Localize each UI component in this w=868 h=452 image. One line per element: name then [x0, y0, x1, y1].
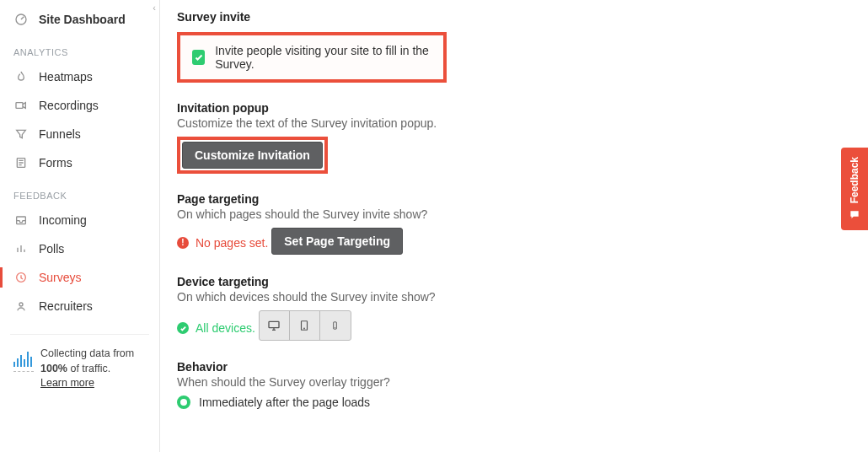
sidebar: ‹ Site Dashboard ANALYTICS Heatmaps Reco — [0, 0, 160, 452]
section-invitation-popup: Invitation popup Customize the text of t… — [177, 101, 868, 174]
svg-rect-6 — [269, 321, 279, 327]
section-heading: Device targeting — [177, 275, 868, 288]
section-heading: Page targeting — [177, 192, 868, 206]
sidebar-item-label: Surveys — [39, 271, 82, 284]
svg-point-5 — [19, 303, 23, 306]
sidebar-item-label: Polls — [39, 242, 64, 256]
device-toggle-group — [259, 310, 351, 341]
sidebar-section-analytics: ANALYTICS — [0, 34, 159, 62]
radio-label: Immediately after the page loads — [199, 396, 370, 409]
section-page-targeting: Page targeting On which pages should the… — [177, 192, 868, 256]
device-mobile-button[interactable] — [320, 311, 351, 340]
section-behavior: Behavior When should the Survey overlay … — [177, 360, 868, 409]
sidebar-item-funnels[interactable]: Funnels — [0, 120, 159, 148]
feedback-tab-label: Feedback — [849, 157, 860, 203]
alert-icon: ! — [177, 237, 189, 249]
customize-invitation-button[interactable]: Customize Invitation — [182, 142, 323, 169]
section-heading: Behavior — [177, 360, 868, 374]
warning-text: No pages set. — [196, 236, 268, 250]
chat-icon — [848, 209, 861, 221]
device-tablet-button[interactable] — [290, 311, 320, 340]
device-targeting-status: All devices. — [177, 321, 255, 335]
section-desc: On which pages should the Survey invite … — [177, 207, 868, 221]
sidebar-item-label: Heatmaps — [39, 70, 93, 83]
sidebar-item-heatmaps[interactable]: Heatmaps — [0, 62, 159, 91]
sidebar-section-feedback: FEEDBACK — [0, 177, 159, 206]
feedback-side-tab[interactable]: Feedback — [841, 148, 868, 230]
page-targeting-warning: ! No pages set. — [177, 236, 268, 250]
section-heading: Survey invite — [177, 10, 868, 24]
radio-selected-icon — [177, 396, 190, 409]
inbox-icon — [13, 213, 29, 228]
sidebar-item-surveys[interactable]: Surveys — [0, 263, 159, 292]
section-desc: On which devices should the Survey invit… — [177, 290, 868, 304]
sidebar-collapse-toggle[interactable]: ‹ — [147, 2, 162, 13]
traffic-text: Collecting data from 100% of traffic. Le… — [40, 347, 146, 391]
funnel-icon — [13, 126, 29, 142]
section-heading: Invitation popup — [177, 101, 868, 115]
status-text: All devices. — [196, 321, 255, 335]
svg-rect-1 — [16, 103, 23, 109]
section-desc: When should the Survey overlay trigger? — [177, 375, 868, 389]
customize-invitation-callout: Customize Invitation — [177, 137, 328, 174]
sidebar-item-label: Recruiters — [39, 299, 93, 313]
sidebar-item-incoming[interactable]: Incoming — [0, 206, 159, 234]
sparkline-icon — [13, 347, 32, 372]
sidebar-item-recordings[interactable]: Recordings — [0, 91, 159, 120]
sidebar-item-dashboard[interactable]: Site Dashboard — [0, 0, 159, 34]
sidebar-item-label: Incoming — [39, 213, 87, 227]
sidebar-item-label: Site Dashboard — [39, 13, 126, 26]
invite-checkbox[interactable] — [192, 50, 205, 65]
sidebar-item-label: Forms — [39, 156, 72, 170]
main-content: 1 2 Survey invite Invite people visiting… — [177, 0, 868, 452]
user-icon — [13, 299, 29, 314]
survey-icon — [13, 270, 29, 285]
sidebar-item-recruiters[interactable]: Recruiters — [0, 292, 159, 320]
sidebar-item-polls[interactable]: Polls — [0, 234, 159, 263]
svg-point-10 — [335, 327, 335, 328]
gauge-icon — [13, 12, 29, 27]
tablet-icon — [298, 318, 310, 333]
section-device-targeting: Device targeting On which devices should… — [177, 275, 868, 342]
check-circle-icon — [177, 322, 189, 334]
svg-point-8 — [304, 328, 305, 329]
traffic-widget: Collecting data from 100% of traffic. Le… — [0, 343, 159, 401]
device-desktop-button[interactable] — [260, 311, 290, 340]
invite-enable-callout: Invite people visiting your site to fill… — [177, 32, 447, 83]
behavior-option-immediate[interactable]: Immediately after the page loads — [177, 396, 868, 409]
desktop-icon — [266, 319, 281, 332]
sidebar-item-label: Funnels — [39, 127, 81, 141]
set-page-targeting-button[interactable]: Set Page Targeting — [271, 228, 403, 255]
mobile-icon — [330, 318, 340, 333]
section-survey-invite: Survey invite Invite people visiting you… — [177, 10, 868, 83]
video-icon — [13, 98, 29, 113]
invite-checkbox-label: Invite people visiting your site to fill… — [215, 44, 431, 71]
flame-icon — [13, 69, 29, 84]
form-icon — [13, 155, 29, 170]
section-desc: Customize the text of the Survey invitat… — [177, 116, 868, 130]
traffic-learn-more-link[interactable]: Learn more — [40, 377, 94, 389]
sidebar-item-forms[interactable]: Forms — [0, 148, 159, 177]
sidebar-item-label: Recordings — [39, 99, 99, 112]
bar-chart-icon — [13, 241, 29, 256]
